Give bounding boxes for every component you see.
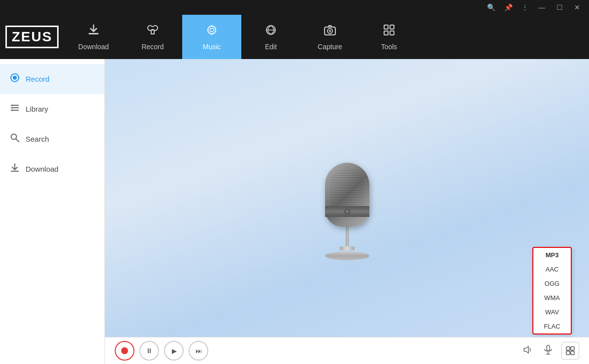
nav-label-record: Record [141,43,164,51]
more-header-icon[interactable]: ⋮ [519,2,531,12]
sidebar-label-search: Search [26,135,49,143]
sidebar-label-download: Download [26,165,59,173]
record-dot [121,347,128,354]
svg-rect-3 [149,27,157,29]
app-logo: ZEUS [0,15,64,59]
download-sidebar-icon [10,163,20,175]
svg-point-24 [12,105,13,106]
pause-icon: ⏸ [146,347,153,355]
nav-items: Download Record [64,15,589,59]
format-option-wma[interactable]: WMA [533,291,571,305]
format-option-ogg[interactable]: OGG [533,276,571,291]
nav-item-download[interactable]: Download [64,15,123,59]
download-nav-icon [87,23,100,40]
main-area: Record Library [0,59,589,364]
sidebar: Record Library [0,59,105,364]
minimize-button[interactable]: — [535,0,549,14]
search-header-icon[interactable]: 🔍 [485,2,498,12]
svg-point-14 [329,30,331,32]
player-controls: ⏸ ▶ ⏭ [115,341,208,361]
format-option-wav[interactable]: WAV [533,305,571,319]
nav-item-record[interactable]: Record [123,15,182,59]
format-option-aac[interactable]: AAC [533,262,571,276]
mic-band-dot [344,209,350,214]
format-dropdown[interactable]: MP3 AAC OGG WMA WAV FLAC [532,247,572,334]
tools-nav-icon [382,23,396,40]
sidebar-item-search[interactable]: Search [0,124,104,154]
nav-label-download: Download [78,43,109,51]
player-bar: ⏸ ▶ ⏭ [105,337,589,364]
pause-button[interactable]: ⏸ [139,341,159,361]
nav-label-music: Music [203,43,221,51]
svg-point-20 [13,76,17,80]
nav-item-tools[interactable]: Tools [360,15,419,59]
mic-base [325,251,369,260]
svg-point-25 [12,107,13,109]
nav-label-edit: Edit [265,43,277,51]
format-trigger-button[interactable] [561,342,579,360]
sidebar-item-record[interactable]: Record [0,64,104,94]
svg-rect-15 [384,25,388,29]
record-nav-icon [146,23,160,40]
nav-label-tools: Tools [381,43,397,51]
library-sidebar-icon [10,103,20,115]
capture-nav-icon [323,23,337,40]
next-icon: ⏭ [196,347,202,355]
sidebar-label-record: Record [26,75,49,83]
svg-point-9 [210,29,213,31]
mic-base-top [340,246,355,250]
format-option-mp3[interactable]: MP3 [533,248,571,262]
play-icon: ▶ [172,347,177,355]
top-navigation: ZEUS Download Record [0,15,589,59]
svg-point-26 [12,110,13,111]
svg-rect-0 [89,33,98,34]
svg-rect-18 [390,31,394,35]
maximize-button[interactable]: ☐ [553,0,566,14]
nav-label-capture: Capture [318,43,342,51]
record-button[interactable] [115,341,134,361]
mic-neck [346,227,349,246]
microphone-illustration [325,163,369,260]
sidebar-label-library: Library [26,105,48,113]
svg-rect-34 [566,347,570,350]
nav-item-capture[interactable]: Capture [300,15,360,59]
next-button[interactable]: ⏭ [189,341,208,361]
sidebar-item-download[interactable]: Download [0,154,104,184]
format-option-flac[interactable]: FLAC [533,319,571,334]
nav-item-music[interactable]: Music [182,15,241,59]
play-button[interactable]: ▶ [164,341,184,361]
pin-header-icon[interactable]: 📌 [502,2,515,12]
player-right-controls [520,342,579,360]
svg-rect-35 [571,347,574,350]
music-nav-icon [205,23,219,40]
svg-rect-31 [547,345,550,351]
sidebar-item-library[interactable]: Library [0,94,104,124]
mic-body [325,163,369,227]
svg-rect-4 [151,30,154,34]
search-sidebar-icon [10,133,20,145]
content-area: MP3 AAC OGG WMA WAV FLAC [105,59,589,364]
nav-item-edit[interactable]: Edit [241,15,300,59]
volume-icon[interactable] [520,342,535,360]
close-button[interactable]: ✕ [570,0,584,14]
mic-band [325,206,369,217]
svg-rect-36 [566,351,570,355]
svg-line-28 [16,139,19,142]
svg-rect-17 [384,31,388,35]
titlebar: 🔍 📌 ⋮ — ☐ ✕ [0,0,589,15]
microphone-icon[interactable] [541,342,556,360]
svg-rect-16 [390,25,394,29]
svg-rect-37 [571,351,574,355]
record-sidebar-icon [10,73,20,85]
edit-nav-icon [264,23,278,40]
